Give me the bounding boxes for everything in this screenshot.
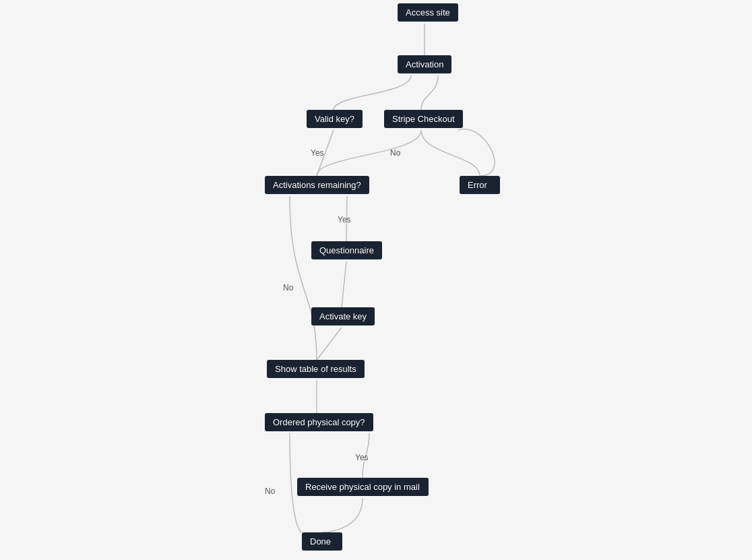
ordered-physical-copy[interactable]: Ordered physical copy? [265,413,373,431]
access-site[interactable]: Access site [398,3,458,22]
lbl-yes3: Yes [355,453,369,462]
activation[interactable]: Activation [398,55,451,73]
svg-line-4 [317,328,342,360]
lbl-no3: No [265,487,275,496]
show-table[interactable]: Show table of results [267,360,365,378]
activate-key[interactable]: Activate key [311,307,375,325]
svg-line-3 [342,261,346,307]
valid-key[interactable]: Valid key? [307,110,363,128]
diagram-container: Access siteActivationValid key?Stripe Ch… [0,0,752,560]
lbl-yes1: Yes [311,148,324,158]
lbl-yes2: Yes [338,215,351,224]
receive-physical-copy[interactable]: Receive physical copy in mail [297,478,429,496]
error[interactable]: Error [460,176,500,194]
svg-connections [0,0,752,560]
lbl-no2: No [283,283,293,292]
lbl-no1: No [390,148,400,158]
done[interactable]: Done [302,532,342,551]
activations-remaining[interactable]: Activations remaining? [265,176,369,194]
stripe-checkout[interactable]: Stripe Checkout [384,110,463,128]
questionnaire[interactable]: Questionnaire [311,241,382,259]
